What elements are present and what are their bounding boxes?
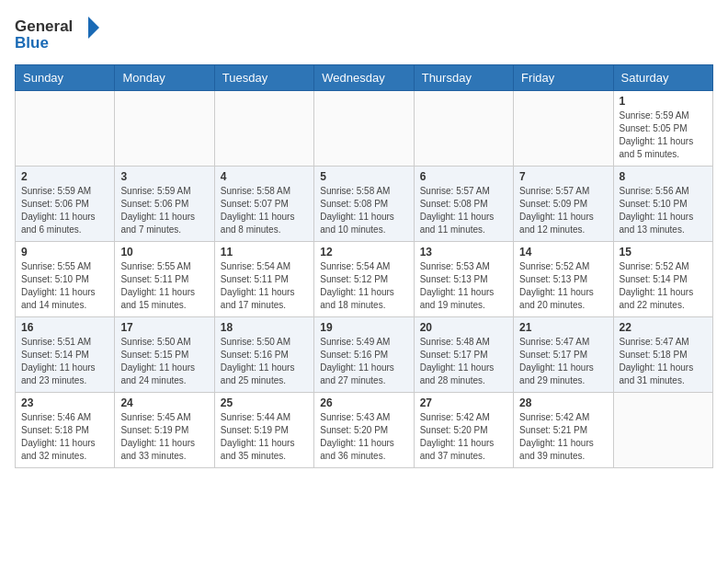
day-info: Sunrise: 5:47 AM Sunset: 5:17 PM Dayligh… <box>519 336 607 387</box>
day-info: Sunrise: 5:56 AM Sunset: 5:10 PM Dayligh… <box>620 185 707 236</box>
day-number: 14 <box>519 246 607 259</box>
calendar-cell: 6Sunrise: 5:57 AM Sunset: 5:08 PM Daylig… <box>414 167 513 242</box>
day-number: 9 <box>21 246 108 259</box>
day-info: Sunrise: 5:43 AM Sunset: 5:20 PM Dayligh… <box>320 411 407 463</box>
day-number: 17 <box>120 321 208 334</box>
weekday-header-friday: Friday <box>514 65 613 91</box>
calendar-cell <box>613 393 712 468</box>
day-number: 3 <box>120 170 208 183</box>
day-info: Sunrise: 5:51 AM Sunset: 5:14 PM Dayligh… <box>21 336 108 387</box>
day-info: Sunrise: 5:50 AM Sunset: 5:16 PM Dayligh… <box>221 336 308 387</box>
calendar: SundayMondayTuesdayWednesdayThursdayFrid… <box>15 64 713 468</box>
calendar-cell: 25Sunrise: 5:44 AM Sunset: 5:19 PM Dayli… <box>214 393 313 468</box>
generalblue-logo-icon: GeneralBlue <box>15 15 102 55</box>
day-info: Sunrise: 5:55 AM Sunset: 5:10 PM Dayligh… <box>21 260 108 312</box>
day-number: 22 <box>620 321 707 334</box>
calendar-cell: 14Sunrise: 5:52 AM Sunset: 5:13 PM Dayli… <box>514 242 613 317</box>
day-number: 1 <box>620 95 707 108</box>
calendar-cell: 20Sunrise: 5:48 AM Sunset: 5:17 PM Dayli… <box>414 317 513 393</box>
calendar-cell: 19Sunrise: 5:49 AM Sunset: 5:16 PM Dayli… <box>314 317 414 393</box>
weekday-header-thursday: Thursday <box>414 65 513 91</box>
day-info: Sunrise: 5:53 AM Sunset: 5:13 PM Dayligh… <box>420 260 507 312</box>
calendar-cell: 13Sunrise: 5:53 AM Sunset: 5:13 PM Dayli… <box>414 242 513 317</box>
calendar-cell <box>314 91 414 167</box>
week-row-1: 2Sunrise: 5:59 AM Sunset: 5:06 PM Daylig… <box>16 167 713 242</box>
week-row-4: 23Sunrise: 5:46 AM Sunset: 5:18 PM Dayli… <box>16 393 713 468</box>
calendar-cell: 24Sunrise: 5:45 AM Sunset: 5:19 PM Dayli… <box>115 393 214 468</box>
day-number: 7 <box>519 170 607 183</box>
calendar-cell: 22Sunrise: 5:47 AM Sunset: 5:18 PM Dayli… <box>613 317 712 393</box>
day-info: Sunrise: 5:42 AM Sunset: 5:20 PM Dayligh… <box>420 411 507 463</box>
day-info: Sunrise: 5:48 AM Sunset: 5:17 PM Dayligh… <box>420 336 507 387</box>
calendar-cell <box>214 91 313 167</box>
calendar-cell <box>414 91 513 167</box>
calendar-cell: 15Sunrise: 5:52 AM Sunset: 5:14 PM Dayli… <box>613 242 712 317</box>
day-info: Sunrise: 5:59 AM Sunset: 5:06 PM Dayligh… <box>21 185 108 236</box>
day-info: Sunrise: 5:54 AM Sunset: 5:11 PM Dayligh… <box>221 260 308 312</box>
weekday-header-sunday: Sunday <box>16 65 115 91</box>
calendar-cell: 1Sunrise: 5:59 AM Sunset: 5:05 PM Daylig… <box>613 91 712 167</box>
calendar-cell: 23Sunrise: 5:46 AM Sunset: 5:18 PM Dayli… <box>16 393 115 468</box>
calendar-cell: 2Sunrise: 5:59 AM Sunset: 5:06 PM Daylig… <box>16 167 115 242</box>
logo: GeneralBlue <box>15 15 102 55</box>
calendar-cell: 7Sunrise: 5:57 AM Sunset: 5:09 PM Daylig… <box>514 167 613 242</box>
day-number: 6 <box>420 170 507 183</box>
day-number: 5 <box>320 170 407 183</box>
day-number: 18 <box>221 321 308 334</box>
calendar-cell: 3Sunrise: 5:59 AM Sunset: 5:06 PM Daylig… <box>115 167 214 242</box>
svg-marker-2 <box>88 17 99 39</box>
calendar-cell: 18Sunrise: 5:50 AM Sunset: 5:16 PM Dayli… <box>214 317 313 393</box>
week-row-2: 9Sunrise: 5:55 AM Sunset: 5:10 PM Daylig… <box>16 242 713 317</box>
day-number: 13 <box>420 246 507 259</box>
day-number: 11 <box>221 246 308 259</box>
day-number: 2 <box>21 170 108 183</box>
weekday-header-saturday: Saturday <box>613 65 712 91</box>
calendar-cell: 10Sunrise: 5:55 AM Sunset: 5:11 PM Dayli… <box>115 242 214 317</box>
calendar-cell <box>115 91 214 167</box>
calendar-cell <box>514 91 613 167</box>
calendar-cell: 27Sunrise: 5:42 AM Sunset: 5:20 PM Dayli… <box>414 393 513 468</box>
day-info: Sunrise: 5:57 AM Sunset: 5:08 PM Dayligh… <box>420 185 507 236</box>
day-number: 8 <box>620 170 707 183</box>
weekday-header-tuesday: Tuesday <box>214 65 313 91</box>
day-number: 16 <box>21 321 108 334</box>
weekday-header-row: SundayMondayTuesdayWednesdayThursdayFrid… <box>16 65 713 91</box>
calendar-cell: 17Sunrise: 5:50 AM Sunset: 5:15 PM Dayli… <box>115 317 214 393</box>
day-info: Sunrise: 5:52 AM Sunset: 5:14 PM Dayligh… <box>620 260 707 312</box>
weekday-header-monday: Monday <box>115 65 214 91</box>
day-info: Sunrise: 5:45 AM Sunset: 5:19 PM Dayligh… <box>120 411 208 463</box>
day-info: Sunrise: 5:52 AM Sunset: 5:13 PM Dayligh… <box>519 260 607 312</box>
calendar-cell: 5Sunrise: 5:58 AM Sunset: 5:08 PM Daylig… <box>314 167 414 242</box>
day-info: Sunrise: 5:59 AM Sunset: 5:05 PM Dayligh… <box>620 109 707 161</box>
weekday-header-wednesday: Wednesday <box>314 65 414 91</box>
day-number: 20 <box>420 321 507 334</box>
day-info: Sunrise: 5:47 AM Sunset: 5:18 PM Dayligh… <box>620 336 707 387</box>
day-number: 26 <box>320 396 407 409</box>
day-info: Sunrise: 5:44 AM Sunset: 5:19 PM Dayligh… <box>221 411 308 463</box>
day-number: 24 <box>120 396 208 409</box>
calendar-cell <box>16 91 115 167</box>
week-row-3: 16Sunrise: 5:51 AM Sunset: 5:14 PM Dayli… <box>16 317 713 393</box>
day-number: 10 <box>120 246 208 259</box>
calendar-cell: 16Sunrise: 5:51 AM Sunset: 5:14 PM Dayli… <box>16 317 115 393</box>
day-number: 25 <box>221 396 308 409</box>
calendar-cell: 4Sunrise: 5:58 AM Sunset: 5:07 PM Daylig… <box>214 167 313 242</box>
day-number: 27 <box>420 396 507 409</box>
day-info: Sunrise: 5:50 AM Sunset: 5:15 PM Dayligh… <box>120 336 208 387</box>
day-info: Sunrise: 5:57 AM Sunset: 5:09 PM Dayligh… <box>519 185 607 236</box>
day-info: Sunrise: 5:49 AM Sunset: 5:16 PM Dayligh… <box>320 336 407 387</box>
calendar-cell: 21Sunrise: 5:47 AM Sunset: 5:17 PM Dayli… <box>514 317 613 393</box>
day-info: Sunrise: 5:54 AM Sunset: 5:12 PM Dayligh… <box>320 260 407 312</box>
day-info: Sunrise: 5:59 AM Sunset: 5:06 PM Dayligh… <box>120 185 208 236</box>
day-info: Sunrise: 5:42 AM Sunset: 5:21 PM Dayligh… <box>519 411 607 463</box>
day-number: 28 <box>519 396 607 409</box>
calendar-cell: 28Sunrise: 5:42 AM Sunset: 5:21 PM Dayli… <box>514 393 613 468</box>
day-number: 15 <box>620 246 707 259</box>
calendar-cell: 11Sunrise: 5:54 AM Sunset: 5:11 PM Dayli… <box>214 242 313 317</box>
calendar-cell: 8Sunrise: 5:56 AM Sunset: 5:10 PM Daylig… <box>613 167 712 242</box>
page-header: GeneralBlue <box>15 15 713 55</box>
day-info: Sunrise: 5:58 AM Sunset: 5:07 PM Dayligh… <box>221 185 308 236</box>
day-info: Sunrise: 5:46 AM Sunset: 5:18 PM Dayligh… <box>21 411 108 463</box>
svg-text:General: General <box>15 17 73 35</box>
day-number: 23 <box>21 396 108 409</box>
